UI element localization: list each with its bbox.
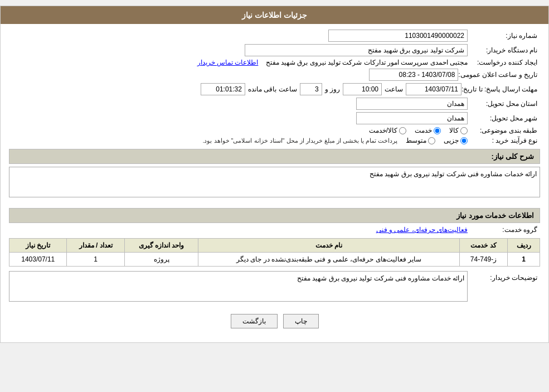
process-label: نوع فرآیند خرید :: [468, 137, 540, 144]
process-value: جزیی متوسط پرداخت تمام یا بخشی از مبلغ خ…: [9, 137, 468, 144]
category-kala-label: کالا: [449, 127, 459, 134]
category-kala-option[interactable]: کالا: [449, 127, 468, 134]
page-title: جزئیات اطلاعات نیاز: [242, 11, 307, 20]
col-qty-price: تعداد / مقدار: [67, 239, 124, 253]
need-number-input: 1103001490000022: [328, 30, 468, 42]
page-header: جزئیات اطلاعات نیاز: [1, 6, 548, 24]
announce-datetime-value: 1403/07/08 - 08:23: [9, 69, 458, 81]
general-desc-section-header: شرح کلی نیاز:: [9, 149, 540, 164]
buyer-org-label: نام دستگاه خریدار:: [468, 46, 540, 54]
buyer-desc-textarea[interactable]: [9, 271, 468, 302]
response-deadline-value: 1403/07/11 ساعت 10:00 روز و 3 ساعت باقی …: [9, 83, 461, 95]
content-area: شماره نیاز: 1103001490000022 نام دستگاه …: [1, 24, 548, 342]
button-row: چاپ بازگشت: [9, 306, 540, 337]
response-days-label: روز و: [325, 85, 340, 93]
response-deadline-label: مهلت ارسال پاسخ: تا تاریخ:: [461, 85, 540, 93]
col-unit: واحد اندازه گیری: [124, 239, 198, 253]
province-row: استان محل تحویل: همدان: [9, 98, 540, 110]
services-table-header: ردیف کد خدمت نام خدمت واحد اندازه گیری ت…: [9, 239, 540, 253]
process-jozi-radio[interactable]: [460, 137, 468, 144]
city-input: همدان: [356, 112, 468, 124]
response-remaining-input: 01:01:32: [201, 83, 245, 95]
contact-link[interactable]: اطلاعات تماس خریدار: [197, 59, 259, 66]
table-row: 1 ز-749-74 سایر فعالیت‌های حرفه‌ای، علمی…: [9, 253, 540, 267]
services-table-body: 1 ز-749-74 سایر فعالیت‌های حرفه‌ای، علمی…: [9, 253, 540, 267]
service-group-label: گروه خدمت:: [468, 226, 540, 234]
province-label: استان محل تحویل:: [468, 100, 540, 108]
creator-label: ایجاد کننده درخواست:: [468, 59, 540, 66]
buyer-org-value: شرکت تولید نیروی برق شهید مفتح: [9, 44, 468, 56]
category-options: کالا خدمت کالا/خدمت: [9, 127, 468, 134]
row-date-cell: 1403/07/11: [9, 253, 67, 267]
col-row-num: ردیف: [508, 239, 540, 253]
general-desc-textarea[interactable]: [9, 167, 540, 197]
creator-row: ایجاد کننده درخواست: مجتبی احمدی سرپرست …: [9, 59, 540, 66]
category-khedmat-radio[interactable]: [434, 127, 441, 134]
response-days-input: 3: [300, 83, 322, 95]
general-desc-area: [9, 167, 540, 204]
service-group-link[interactable]: فعالیت‌های حرفه‌ای، علمی و فنی: [376, 226, 468, 234]
services-section-label: اطلاعات خدمات مورد نیاز: [456, 211, 534, 220]
buyer-desc-label: توضیحات خریدار:: [468, 271, 540, 282]
category-kala-khedmat-label: کالا/خدمت: [369, 127, 397, 134]
row-code-cell: ز-749-74: [459, 253, 507, 267]
services-table: ردیف کد خدمت نام خدمت واحد اندازه گیری ت…: [9, 238, 540, 267]
city-value: همدان: [9, 112, 468, 124]
buyer-desc-row: توضیحات خریدار:: [9, 271, 540, 303]
announce-date-input: 1403/07/08 - 08:23: [369, 69, 458, 81]
city-row: شهر محل تحویل: همدان: [9, 112, 540, 124]
category-khedmat-option[interactable]: خدمت: [415, 127, 441, 134]
row-name-cell: سایر فعالیت‌های حرفه‌ای، علمی و فنی طبقه…: [198, 253, 460, 267]
response-inline: 1403/07/11 ساعت 10:00 روز و 3 ساعت باقی …: [9, 83, 461, 95]
need-number-value: 1103001490000022: [9, 30, 468, 42]
response-deadline-row: مهلت ارسال پاسخ: تا تاریخ: 1403/07/11 سا…: [9, 83, 540, 95]
announce-datetime-row: تاریخ و ساعت اعلان عمومی: 1403/07/08 - 0…: [9, 69, 540, 81]
col-date: تاریخ نیاز: [9, 239, 67, 253]
city-label: شهر محل تحویل:: [468, 114, 540, 122]
creator-text: مجتبی احمدی سرپرست امور تدارکات شرکت تول…: [266, 59, 468, 66]
col-name: نام خدمت: [198, 239, 460, 253]
buyer-org-row: نام دستگاه خریدار: شرکت تولید نیروی برق …: [9, 44, 540, 56]
need-number-label: شماره نیاز:: [468, 32, 540, 40]
process-motavaset-radio[interactable]: [428, 137, 435, 144]
need-number-row: شماره نیاز: 1103001490000022: [9, 30, 540, 42]
back-button[interactable]: بازگشت: [231, 314, 278, 328]
response-time-input: 10:00: [343, 83, 382, 95]
category-radio-group: کالا خدمت کالا/خدمت: [9, 127, 468, 134]
process-inline: جزیی متوسط پرداخت تمام یا بخشی از مبلغ خ…: [9, 137, 468, 144]
announce-datetime-label: تاریخ و ساعت اعلان عمومی:: [458, 71, 540, 79]
row-qty-cell: 1: [67, 253, 124, 267]
print-button[interactable]: چاپ: [283, 314, 319, 328]
process-note: پرداخت تمام یا بخشی از مبلغ خریدار از مح…: [202, 137, 397, 144]
category-label: طبقه بندی موضوعی:: [468, 127, 540, 134]
services-table-header-row: ردیف کد خدمت نام خدمت واحد اندازه گیری ت…: [9, 239, 540, 253]
general-desc-label: شرح کلی نیاز:: [491, 152, 534, 161]
province-value: همدان: [9, 98, 468, 110]
category-kala-khedmat-option[interactable]: کالا/خدمت: [369, 127, 406, 134]
process-radio-group: جزیی متوسط: [406, 137, 468, 144]
service-group-row: گروه خدمت: فعالیت‌های حرفه‌ای، علمی و فن…: [9, 226, 540, 234]
category-row: طبقه بندی موضوعی: کالا خدمت کالا/خدمت: [9, 127, 540, 134]
buyer-org-input: شرکت تولید نیروی برق شهید مفتح: [245, 44, 468, 56]
process-jozi-label: جزیی: [444, 137, 459, 144]
service-group-value: فعالیت‌های حرفه‌ای، علمی و فنی: [9, 226, 468, 234]
buyer-desc-value: [9, 271, 468, 303]
col-code: کد خدمت: [459, 239, 507, 253]
province-input: همدان: [356, 98, 468, 110]
row-unit-cell: پروژه: [124, 253, 198, 267]
process-motavaset-option[interactable]: متوسط: [406, 137, 435, 144]
services-section-header: اطلاعات خدمات مورد نیاز: [9, 208, 540, 223]
row-num-cell: 1: [508, 253, 540, 267]
creator-value: مجتبی احمدی سرپرست امور تدارکات شرکت تول…: [9, 59, 468, 66]
response-remaining-label: ساعت باقی مانده: [248, 85, 297, 93]
page-wrapper: جزئیات اطلاعات نیاز شماره نیاز: 11030014…: [0, 6, 549, 343]
response-time-label: ساعت: [385, 85, 403, 93]
category-khedmat-label: خدمت: [415, 127, 432, 134]
process-jozi-option[interactable]: جزیی: [444, 137, 468, 144]
category-kala-radio[interactable]: [460, 127, 468, 134]
process-row: نوع فرآیند خرید : جزیی متوسط پرداخت تمام…: [9, 137, 540, 144]
response-date-input: 1403/07/11: [406, 83, 461, 95]
process-motavaset-label: متوسط: [406, 137, 426, 144]
category-kala-khedmat-radio[interactable]: [399, 127, 406, 134]
